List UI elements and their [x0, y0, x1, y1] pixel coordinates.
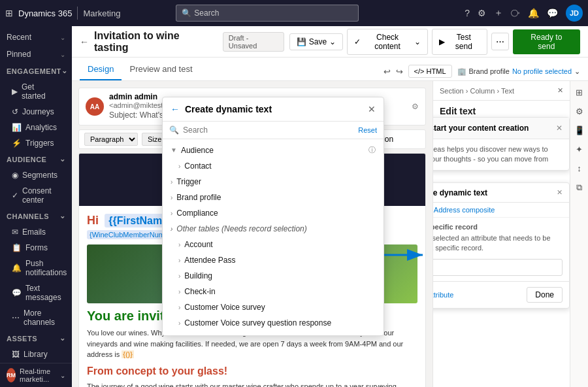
- inner-from-record-desc: You have selected an attribute that need…: [433, 233, 563, 254]
- status-badge: Draft - Unsaved: [223, 32, 284, 52]
- user-avatar[interactable]: JD: [566, 5, 583, 22]
- dialog-header: ← Create dynamic text ✕: [163, 97, 384, 122]
- inner-dynamic-text-dialog: ← Create dynamic text ✕ Building › Addre…: [433, 182, 570, 309]
- paragraph-select[interactable]: Paragraph: [84, 133, 138, 146]
- chevron-cv-icon: ›: [178, 304, 180, 311]
- analytics-icon: 📊: [12, 123, 22, 132]
- add-icon[interactable]: ＋: [494, 7, 503, 19]
- sidebar-item-segments[interactable]: ◉ Segments: [0, 167, 72, 183]
- tree-item-compliance[interactable]: › Compliance: [163, 205, 384, 221]
- tree-sub-checkin[interactable]: › Check-in: [163, 284, 384, 299]
- change-attribute-button[interactable]: Change attribute: [433, 287, 453, 303]
- help-icon[interactable]: ?: [465, 8, 470, 18]
- save-button[interactable]: 💾 Save ⌄: [289, 33, 343, 50]
- panel-icon2[interactable]: ⚙: [573, 104, 586, 119]
- tree-sub-cv-question[interactable]: › Customer Voice survey question respons…: [163, 315, 384, 331]
- tree-item-audience[interactable]: ▼ Audience ⓘ: [163, 142, 384, 158]
- bell-icon[interactable]: 🔔: [528, 8, 539, 18]
- chevron-icon3: ⌄: [59, 212, 66, 220]
- brand-profile-icon: 🏢: [457, 67, 466, 76]
- tree-other-tables[interactable]: › Other tables (Needs record selection): [163, 221, 384, 237]
- panel-icon1[interactable]: ⊞: [573, 85, 585, 100]
- sidebar-bottom-chevron[interactable]: ⌄: [60, 372, 65, 379]
- sidebar-item-recent[interactable]: Recent ⌄: [0, 29, 72, 46]
- sidebar-label6: Consent center: [22, 186, 60, 205]
- tree-sub-attendee[interactable]: › Attendee Pass: [163, 252, 384, 268]
- sidebar-item-pinned[interactable]: Pinned ⌄: [0, 46, 72, 63]
- chevron-down-icon2: ⌄: [60, 51, 65, 58]
- sidebar-item-library[interactable]: 🖼 Library: [0, 346, 72, 362]
- ready-to-send-button[interactable]: Ready to send: [513, 29, 580, 54]
- tree-sub-cv-response[interactable]: › Customer Voice survey response: [163, 331, 384, 335]
- inner-record-input[interactable]: [433, 259, 563, 276]
- more-actions-button[interactable]: ⋯: [491, 33, 509, 50]
- grid-icon[interactable]: ⊞: [5, 8, 13, 18]
- tab-design[interactable]: Design: [80, 59, 122, 80]
- inner-dialog-close-icon[interactable]: ✕: [557, 188, 563, 197]
- test-icon: ▶: [439, 37, 445, 46]
- dialog-back-icon[interactable]: ←: [171, 104, 180, 114]
- test-send-button[interactable]: ▶ Test send: [432, 29, 487, 55]
- sidebar-item-triggers[interactable]: ⚡ Triggers: [0, 135, 72, 151]
- dialog-search-input[interactable]: [183, 126, 354, 135]
- sidebar-section-engagement[interactable]: Engagement ⌄: [0, 63, 72, 79]
- tree-item-trigger[interactable]: › Trigger: [163, 174, 384, 190]
- panel-icon3[interactable]: 📱: [572, 123, 587, 138]
- sidebar-item-consent[interactable]: ✓ Consent center: [0, 183, 72, 208]
- page-title: Invitation to wine tasting: [94, 30, 215, 54]
- tree-brand-label: Brand profile: [176, 193, 376, 202]
- chevron-cvq-icon: ›: [178, 320, 180, 327]
- panel-icon4[interactable]: ✦: [573, 142, 585, 157]
- check-content-button[interactable]: ✓ Check content ⌄: [347, 29, 428, 55]
- tree-sub-account[interactable]: › Account: [163, 237, 384, 252]
- tree-sub-building[interactable]: › Building: [163, 268, 384, 284]
- tree-sub-cv-survey[interactable]: › Customer Voice survey: [163, 299, 384, 315]
- sidebar-item-getstarted[interactable]: ▶ Get started: [0, 79, 72, 104]
- sidebar-section-audience[interactable]: Audience ⌄: [0, 151, 72, 167]
- right-panel: Section › Column › Text ✕ Edit text Oute…: [433, 81, 570, 387]
- sidebar-item-emails[interactable]: ✉ Emails: [0, 224, 72, 240]
- panel-icon6[interactable]: ⧉: [574, 180, 585, 195]
- chevron-checkin-icon: ›: [178, 288, 180, 295]
- sidebar-label10: Text messages: [25, 284, 61, 302]
- sidebar-item-journeys[interactable]: ↺ Journeys: [0, 104, 72, 120]
- sidebar-item-push[interactable]: 🔔 Push notifications: [0, 256, 72, 280]
- nav-search-box[interactable]: 🔍 Search: [176, 5, 359, 22]
- inner-dialog-header: ← Create dynamic text ✕: [433, 183, 569, 203]
- settings-gear-icon[interactable]: ⚙: [412, 102, 419, 111]
- done-button[interactable]: Done: [527, 287, 563, 303]
- panel-close-icon[interactable]: ✕: [557, 86, 563, 95]
- dialog-close-icon[interactable]: ✕: [368, 104, 376, 114]
- brand-chevron-icon: ⌄: [574, 67, 580, 76]
- tree-sub-contact[interactable]: › Contact: [163, 158, 384, 174]
- dynamic-text-dialog[interactable]: ← Create dynamic text ✕ 🔍 Reset ▼ Audien…: [162, 97, 384, 336]
- sidebar-item-sms[interactable]: 💬 Text messages: [0, 280, 72, 305]
- sidebar-item-more-channels[interactable]: ⋯ More channels: [0, 305, 72, 330]
- tab-design-label: Design: [88, 64, 114, 74]
- nav-module: Marketing: [83, 8, 120, 18]
- kickstart-close-icon[interactable]: ✕: [556, 124, 563, 133]
- nav-divider: [77, 7, 78, 20]
- redo-button[interactable]: ↪: [396, 67, 403, 76]
- tab-preview[interactable]: Preview and test: [122, 59, 200, 80]
- reset-link[interactable]: Reset: [358, 126, 377, 134]
- sidebar-bottom: RM Real-time marketi... ⌄: [0, 363, 72, 387]
- push-icon: 🔔: [12, 263, 22, 273]
- filter-icon[interactable]: ⧂: [511, 8, 520, 19]
- settings-icon[interactable]: ⚙: [478, 8, 486, 18]
- sidebar-section-channels[interactable]: Channels ⌄: [0, 208, 72, 224]
- back-button[interactable]: ←: [80, 37, 89, 47]
- tree-cv-question-label: Customer Voice survey question response: [184, 318, 331, 328]
- sidebar-section-assets[interactable]: Assets ⌄: [0, 330, 72, 346]
- dynamic-address-field[interactable]: {()}: [122, 350, 134, 358]
- html-button[interactable]: </> HTML: [408, 65, 452, 78]
- chat-icon[interactable]: 💬: [547, 8, 558, 18]
- undo-button[interactable]: ↩: [384, 67, 391, 76]
- dialog-title: Create dynamic text: [185, 104, 363, 114]
- chevron-building-icon: ›: [178, 273, 180, 280]
- tree-item-brand-profile[interactable]: › Brand profile: [163, 190, 384, 205]
- chevron-other-icon: ›: [171, 226, 172, 233]
- sidebar-item-forms[interactable]: 📋 Forms: [0, 240, 72, 256]
- sidebar-item-analytics[interactable]: 📊 Analytics: [0, 120, 72, 135]
- panel-icon5[interactable]: ↕: [574, 161, 584, 176]
